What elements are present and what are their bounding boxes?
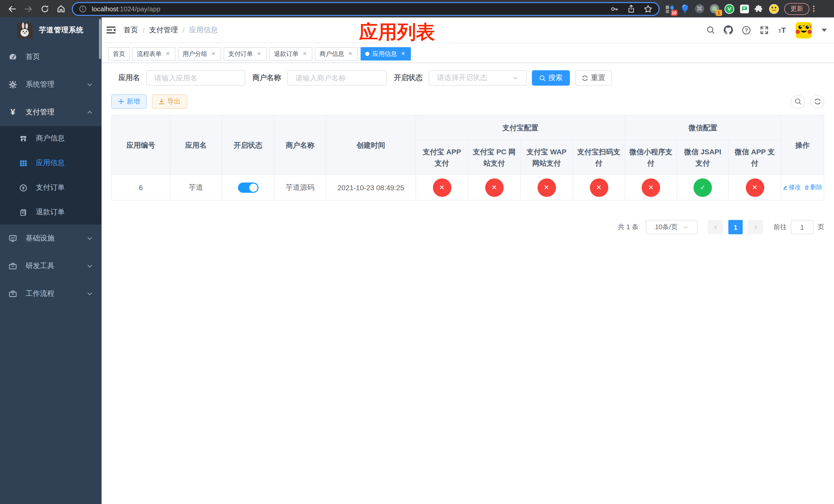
sidebar-item-home[interactable]: 首页: [0, 43, 102, 71]
col-alipay-qr: 支付宝扫码支付: [573, 140, 625, 175]
refresh-table-button[interactable]: [810, 95, 824, 109]
github-icon[interactable]: [724, 25, 733, 35]
header-search-icon[interactable]: [706, 25, 715, 35]
reset-button[interactable]: 重置: [575, 70, 612, 86]
col-alipay-pc: 支付宝 PC 网站支付: [468, 140, 520, 175]
sidebar-item-merchant-info[interactable]: 商户信息: [0, 126, 102, 151]
goto-page-input[interactable]: [791, 220, 813, 234]
tab-home[interactable]: 首页: [108, 47, 130, 61]
extension-v-icon[interactable]: V: [724, 4, 734, 14]
tab-close-icon[interactable]: ✕: [164, 51, 171, 57]
site-info-icon[interactable]: [79, 5, 87, 13]
prev-page-button[interactable]: [708, 220, 723, 234]
wechat-jsapi-status: ✓: [694, 178, 712, 197]
next-page-button[interactable]: [748, 220, 763, 234]
avatar-caret-icon[interactable]: [822, 28, 827, 31]
extension-command-icon[interactable]: ⌘: [695, 4, 705, 14]
tab-close-icon[interactable]: ✕: [347, 51, 353, 57]
tab-close-icon[interactable]: ✕: [256, 51, 262, 57]
sidebar-item-app-info[interactable]: 应用信息: [0, 151, 102, 175]
tab-close-icon[interactable]: ✕: [400, 51, 406, 57]
col-actions: 操作: [781, 115, 824, 175]
fullscreen-icon[interactable]: [760, 25, 769, 35]
show-search-toggle-button[interactable]: [791, 95, 805, 109]
address-bar[interactable]: localhost:1024/pay/app: [72, 2, 660, 16]
page-size-select[interactable]: 10条/页: [646, 220, 698, 234]
tab-close-icon[interactable]: ✕: [210, 51, 216, 57]
browser-toolbar: localhost:1024/pay/app 10 ⌘ 1: [0, 0, 834, 18]
browser-reload-button[interactable]: [38, 2, 51, 15]
breadcrumb-current: 应用信息: [189, 25, 218, 35]
browser-update-button[interactable]: 更新: [784, 3, 809, 15]
sidebar-scrollbar[interactable]: [99, 19, 101, 59]
browser-forward-button[interactable]: [22, 2, 35, 15]
share-icon[interactable]: [627, 5, 635, 13]
tab-process-form[interactable]: 流程表单✕: [132, 47, 175, 61]
browser-home-button[interactable]: [54, 2, 68, 15]
password-key-icon[interactable]: [610, 4, 619, 13]
sidebar-item-pay-orders[interactable]: 支付订单: [0, 175, 102, 200]
col-merchant: 商户名称: [274, 115, 326, 175]
bookmark-star-icon[interactable]: [644, 4, 653, 13]
sidebar-item-refund-orders[interactable]: 退款订单: [0, 200, 102, 225]
document-icon: [20, 208, 27, 216]
briefcase-icon: [9, 290, 17, 298]
select-caret-icon: [683, 224, 688, 230]
search-button[interactable]: 搜索: [532, 70, 570, 86]
wechat-mini-status: ✕: [642, 178, 660, 197]
monitor-icon: [9, 234, 17, 243]
table-row: 6 芋道 芋道源码 2021-10-23 08:49:25 ✕ ✕ ✕ ✕ ✕ …: [112, 175, 824, 200]
tab-refund-orders[interactable]: 退款订单✕: [269, 47, 312, 61]
export-button[interactable]: 导出: [152, 94, 187, 109]
col-created: 创建时间: [326, 115, 416, 175]
tab-pay-orders[interactable]: 支付订单✕: [224, 47, 267, 61]
breadcrumb-payment[interactable]: 支付管理: [149, 25, 178, 35]
browser-menu-icon[interactable]: [813, 6, 814, 12]
app-logo[interactable]: 芋道管理系统: [0, 18, 102, 43]
extension-pieces-icon[interactable]: 10: [665, 4, 675, 14]
app-name-label: 应用名: [111, 73, 146, 83]
tab-user-group[interactable]: 用户分组✕: [178, 47, 221, 61]
extension-recorder-icon[interactable]: 1: [709, 4, 720, 14]
app-table: 应用编号 应用名 开启状态 商户名称 创建时间 支付宝配置 微信配置 操作 支付…: [111, 115, 824, 201]
tab-merchant-info[interactable]: 商户信息✕: [315, 47, 358, 61]
extension-balloon-icon[interactable]: [680, 4, 690, 14]
sidebar-fold-icon[interactable]: [106, 25, 116, 35]
delete-link[interactable]: 删除: [804, 183, 822, 192]
add-button[interactable]: 新增: [111, 94, 147, 109]
svg-text:⌘: ⌘: [697, 5, 703, 12]
font-size-icon[interactable]: TT: [777, 25, 787, 35]
grid-icon: [20, 159, 27, 167]
chevron-down-icon: [87, 263, 93, 269]
toolbox-icon: [9, 262, 17, 270]
sidebar-item-system[interactable]: 系统管理: [0, 71, 102, 98]
app-name-input[interactable]: [146, 70, 245, 86]
sidebar-item-dev-tools[interactable]: 研发工具: [0, 252, 102, 280]
breadcrumb-home[interactable]: 首页: [124, 25, 138, 35]
breadcrumb: 首页 / 支付管理 / 应用信息: [124, 25, 218, 35]
tabs-bar: 首页 流程表单✕ 用户分组✕ 支付订单✕ 退款订单✕ 商户信息✕ 应用信息✕: [102, 43, 834, 63]
sidebar-item-payment[interactable]: ¥ 支付管理: [0, 98, 102, 126]
merchant-name-input[interactable]: [287, 70, 387, 86]
tab-app-info[interactable]: 应用信息✕: [360, 47, 411, 61]
user-avatar[interactable]: [795, 22, 812, 38]
page-unit-label: 页: [818, 223, 824, 232]
current-page-button[interactable]: 1: [728, 220, 743, 234]
sidebar-item-workflow[interactable]: 工作流程: [0, 280, 102, 307]
svg-text:?: ?: [745, 27, 748, 33]
edit-link[interactable]: 修改: [783, 183, 801, 192]
help-icon[interactable]: ?: [742, 25, 751, 35]
sidebar-item-infrastructure[interactable]: 基础设施: [0, 225, 102, 252]
cell-app-name: 芋道: [170, 175, 222, 200]
browser-back-button[interactable]: [5, 2, 19, 15]
extension-puzzle-icon[interactable]: [754, 4, 764, 14]
status-toggle[interactable]: [238, 182, 258, 192]
page-annotation: 应用列表: [359, 20, 435, 45]
tab-close-icon[interactable]: ✕: [302, 51, 308, 57]
chevron-down-icon: [87, 291, 93, 297]
status-select[interactable]: 请选择开启状态: [429, 70, 527, 86]
status-label: 开启状态: [392, 73, 429, 83]
profile-avatar-emoji[interactable]: [769, 4, 779, 14]
cell-merchant: 芋道源码: [274, 175, 326, 200]
extension-chat-icon[interactable]: [739, 4, 749, 14]
